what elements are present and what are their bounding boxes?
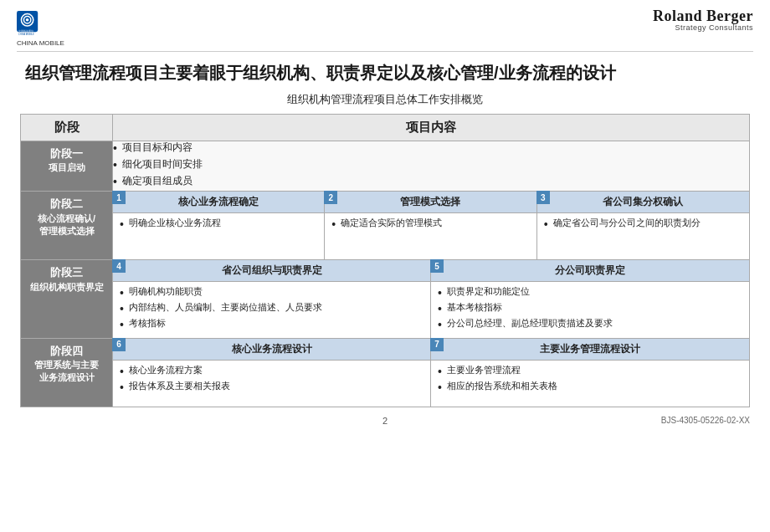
main-table-container: 阶段 项目内容 阶段一 项目启动 • 项目目标和内容 • 细化项目 (0, 114, 770, 407)
stage4-col1-num: 6 (112, 338, 126, 351)
stage2-sub-label: 核心流程确认/管理模式选择 (26, 212, 107, 238)
stage2-col1-num: 1 (112, 191, 126, 204)
stage3-col2-bullet2: • 基本考核指标 (438, 302, 742, 316)
stage3-col1: 4 省公司组织与职责界定 • 明确机构功能职责 • 内部结构、 (113, 260, 431, 337)
stage1-bullet1: • 项目目标和内容 (113, 141, 749, 156)
stage4-col1-header: 6 核心业务流程设计 (113, 339, 430, 361)
bullet-icon: • (113, 158, 117, 172)
page-header: 中国移动通信 CHINA MOBILE CHINA MOBILE Roland … (0, 0, 770, 51)
page-footer: 2 BJS-4305-05226-02-XX (0, 411, 770, 431)
stage2-main-label: 阶段二 (26, 197, 107, 212)
stage4-col2-bullet2: • 相应的报告系统和相关表格 (438, 381, 742, 395)
stage2-col1: 1 核心业务流程确定 • 明确企业核心业务流程 (113, 192, 325, 259)
stage3-col2-num: 5 (430, 259, 444, 273)
stage4-main-label: 阶段四 (26, 344, 107, 359)
stage2-col1-body: • 明确企业核心业务流程 (113, 213, 324, 259)
roland-berger-branding: Roland Berger Strategy Consultants (653, 8, 753, 32)
bullet-icon: • (120, 365, 124, 379)
svg-text:中国移动通信: 中国移动通信 (18, 29, 33, 33)
stage3-col1-bullet2: • 内部结构、人员编制、主要岗位描述、人员要求 (120, 302, 424, 316)
stage3-col1-bullet3: • 考核指标 (120, 318, 424, 332)
bullet-icon: • (113, 175, 117, 189)
page-title: 组织管理流程项目主要着眼于组织机构、职责界定以及核心管理/业务流程的设计 (0, 52, 770, 87)
stage4-content-cell: 6 核心业务流程设计 • 核心业务流程方案 • 报告体系及主要 (113, 338, 750, 407)
bullet-icon: • (120, 302, 124, 316)
bullet-icon: • (120, 381, 124, 395)
stage2-col3: 3 省公司集分权确认 • 确定省公司与分公司之间的职责划分 (537, 192, 749, 259)
stage3-col2: 5 分公司职责界定 • 职责界定和功能定位 • 基本考核指标 (431, 260, 749, 337)
stage4-col2-bullet1: • 主要业务管理流程 (438, 365, 742, 379)
china-mobile-text: CHINA MOBILE (17, 39, 64, 47)
svg-point-3 (26, 18, 29, 22)
stage3-col2-body: • 职责界定和功能定位 • 基本考核指标 • 分公司总经理、副总经理职责描述及要… (431, 282, 749, 337)
bullet-icon: • (120, 286, 124, 300)
stage1-cell: 阶段一 项目启动 (21, 141, 113, 192)
col-stage-header: 阶段 (21, 115, 113, 141)
stage2-col1-bullet1: • 明确企业核心业务流程 (120, 217, 317, 232)
stage2-col2-num: 2 (324, 191, 337, 204)
bullet-icon: • (113, 141, 117, 156)
stage2-col2: 2 管理模式选择 • 确定适合实际的管理模式 (325, 192, 536, 259)
stage3-col1-num: 4 (112, 259, 126, 273)
page-number: 2 (382, 416, 388, 426)
stage4-col1-bullet1: • 核心业务流程方案 (120, 365, 424, 379)
bullet-icon: • (438, 365, 442, 379)
col-content-header: 项目内容 (113, 115, 750, 141)
stage4-col1-bullet2: • 报告体系及主要相关报表 (120, 381, 424, 395)
table-row-stage1: 阶段一 项目启动 • 项目目标和内容 • 细化项目时间安排 • 确定项目组成员 (21, 141, 750, 192)
stage1-content-cell: • 项目目标和内容 • 细化项目时间安排 • 确定项目组成员 (113, 141, 750, 192)
stage3-cell: 阶段三 组织机构职责界定 (21, 260, 113, 338)
stage4-col2-header: 7 主要业务管理流程设计 (431, 339, 749, 361)
roland-berger-title: Roland Berger (653, 8, 753, 23)
bullet-icon: • (438, 302, 442, 316)
stage4-col2-body: • 主要业务管理流程 • 相应的报告系统和相关表格 (431, 361, 749, 407)
stage4-col2-num: 7 (430, 338, 444, 351)
table-header-row: 阶段 项目内容 (21, 115, 750, 141)
stage2-col1-header: 1 核心业务流程确定 (113, 192, 324, 213)
bullet-icon: • (120, 217, 124, 232)
stage1-bullet3: • 确定项目组成员 (113, 175, 749, 189)
stage2-col3-bullet1: • 确定省公司与分公司之间的职责划分 (544, 217, 742, 232)
stage3-col1-header: 4 省公司组织与职责界定 (113, 260, 430, 282)
table-row-stage4: 阶段四 管理系统与主要业务流程设计 6 核心业务流程设计 (21, 338, 750, 407)
stage2-col2-header: 2 管理模式选择 (325, 192, 536, 213)
roland-berger-subtitle: Strategy Consultants (653, 23, 753, 32)
stage4-col1-body: • 核心业务流程方案 • 报告体系及主要相关报表 (113, 361, 430, 407)
bullet-icon: • (544, 217, 548, 232)
bullet-icon: • (438, 286, 442, 300)
stage3-content-cell: 4 省公司组织与职责界定 • 明确机构功能职责 • 内部结构、 (113, 260, 750, 338)
stage2-col3-header: 3 省公司集分权确认 (537, 192, 749, 213)
bullet-icon: • (331, 217, 336, 232)
stage3-col1-bullet1: • 明确机构功能职责 (120, 286, 424, 300)
stage3-col2-header: 5 分公司职责界定 (431, 260, 749, 282)
stage4-sub-label: 管理系统与主要业务流程设计 (26, 359, 107, 385)
stage3-sub-label: 组织机构职责界定 (26, 281, 107, 294)
stage3-inner-grid: 4 省公司组织与职责界定 • 明确机构功能职责 • 内部结构、 (113, 260, 749, 337)
footer-reference: BJS-4305-05226-02-XX (661, 416, 750, 425)
stage4-col2: 7 主要业务管理流程设计 • 主要业务管理流程 • 相应的报告 (431, 339, 749, 407)
china-mobile-logo-area: 中国移动通信 CHINA MOBILE CHINA MOBILE (17, 8, 64, 47)
china-mobile-logo-icon: 中国移动通信 CHINA MOBILE (17, 8, 47, 38)
stage2-col2-body: • 确定适合实际的管理模式 (325, 213, 536, 259)
bullet-icon: • (438, 318, 442, 332)
stage3-main-label: 阶段三 (26, 265, 107, 280)
stage4-cell: 阶段四 管理系统与主要业务流程设计 (21, 338, 113, 407)
bullet-icon: • (438, 381, 442, 395)
stage4-inner-grid: 6 核心业务流程设计 • 核心业务流程方案 • 报告体系及主要 (113, 339, 749, 407)
stage4-col1: 6 核心业务流程设计 • 核心业务流程方案 • 报告体系及主要 (113, 339, 431, 407)
stage2-col3-num: 3 (536, 191, 550, 204)
stage2-inner-grid: 1 核心业务流程确定 • 明确企业核心业务流程 (113, 192, 749, 259)
stage2-col2-bullet1: • 确定适合实际的管理模式 (331, 217, 529, 232)
stage2-col3-body: • 确定省公司与分公司之间的职责划分 (537, 213, 749, 259)
project-overview-table: 阶段 项目内容 阶段一 项目启动 • 项目目标和内容 • 细化项目 (20, 114, 750, 407)
table-row-stage2: 阶段二 核心流程确认/管理模式选择 1 核心业务流程确定 (21, 192, 750, 260)
stage1-main-label: 阶段一 (26, 146, 107, 161)
bullet-icon: • (120, 318, 124, 332)
sub-title: 组织机构管理流程项目总体工作安排概览 (0, 87, 770, 114)
stage3-col2-bullet1: • 职责界定和功能定位 (438, 286, 742, 300)
stage1-sub-label: 项目启动 (26, 161, 107, 174)
stage2-content-cell: 1 核心业务流程确定 • 明确企业核心业务流程 (113, 192, 750, 260)
stage3-col2-bullet3: • 分公司总经理、副总经理职责描述及要求 (438, 318, 742, 332)
table-row-stage3: 阶段三 组织机构职责界定 4 省公司组织与职责界定 (21, 260, 750, 338)
stage2-cell: 阶段二 核心流程确认/管理模式选择 (21, 192, 113, 260)
